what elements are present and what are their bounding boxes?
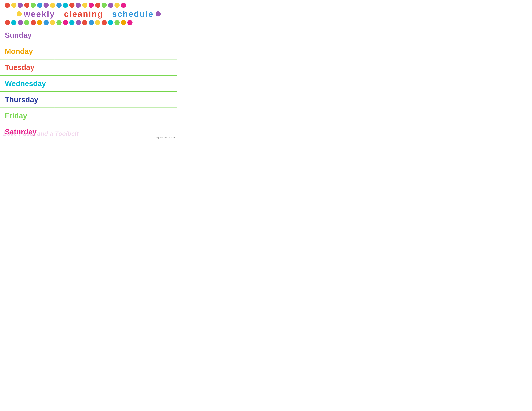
day-label: Friday bbox=[0, 108, 55, 124]
dot bbox=[82, 20, 87, 25]
title-weekly: weekly bbox=[24, 9, 55, 19]
day-label: Wednesday bbox=[0, 75, 55, 92]
dot bbox=[95, 20, 100, 25]
task-area[interactable] bbox=[55, 59, 177, 75]
dot bbox=[5, 3, 10, 8]
dot bbox=[127, 20, 133, 25]
dot bbox=[18, 20, 23, 25]
dot bbox=[69, 3, 75, 8]
dot bbox=[121, 3, 126, 8]
schedule-row: Friday bbox=[0, 108, 177, 124]
dot bbox=[5, 20, 10, 25]
dot bbox=[108, 20, 113, 25]
title-row: weekly cleaning schedule bbox=[3, 9, 174, 19]
website-label: lovepastatoolbelt.com bbox=[154, 136, 175, 139]
schedule-row: Tuesday bbox=[0, 59, 177, 75]
dots-row-top bbox=[3, 2, 174, 9]
page: weekly cleaning schedule bbox=[0, 0, 177, 140]
dot bbox=[114, 20, 120, 25]
schedule-row: Saturday bbox=[0, 124, 177, 140]
dot bbox=[108, 3, 113, 8]
dot bbox=[89, 3, 94, 8]
dot bbox=[37, 20, 42, 25]
dot bbox=[37, 3, 42, 8]
dot bbox=[24, 20, 29, 25]
dot bbox=[31, 3, 36, 8]
header: weekly cleaning schedule bbox=[0, 0, 177, 27]
dot bbox=[63, 3, 68, 8]
title-dot-left bbox=[17, 11, 22, 17]
day-label: Tuesday bbox=[0, 59, 55, 75]
dot bbox=[63, 20, 68, 25]
schedule-table: SundayMondayTuesdayWednesdayThursdayFrid… bbox=[0, 27, 177, 140]
dot bbox=[102, 3, 107, 8]
dot bbox=[44, 3, 49, 8]
task-area[interactable] bbox=[55, 92, 177, 108]
day-label: Monday bbox=[0, 43, 55, 59]
dot bbox=[89, 20, 94, 25]
dot bbox=[82, 3, 87, 8]
dot bbox=[76, 20, 81, 25]
dot bbox=[102, 20, 107, 25]
dot bbox=[44, 20, 49, 25]
day-label: Thursday bbox=[0, 92, 55, 108]
dot bbox=[69, 20, 75, 25]
dots-row-bottom bbox=[3, 19, 174, 26]
schedule-row: Thursday bbox=[0, 92, 177, 108]
dot bbox=[24, 3, 29, 8]
dot bbox=[11, 3, 17, 8]
dot bbox=[50, 20, 55, 25]
dot bbox=[31, 20, 36, 25]
task-area[interactable] bbox=[55, 75, 177, 92]
dot bbox=[50, 3, 55, 8]
title-dot-right bbox=[156, 11, 161, 17]
dot bbox=[121, 20, 126, 25]
dot bbox=[57, 20, 62, 25]
day-label: Saturday bbox=[0, 124, 55, 140]
title-schedule: schedule bbox=[112, 9, 153, 19]
title-cleaning: cleaning bbox=[64, 9, 103, 19]
dot bbox=[95, 3, 100, 8]
task-area[interactable] bbox=[55, 27, 177, 43]
task-area[interactable] bbox=[55, 43, 177, 59]
schedule-row: Sunday bbox=[0, 27, 177, 43]
dot bbox=[18, 3, 23, 8]
dot bbox=[114, 3, 120, 8]
task-area[interactable] bbox=[55, 108, 177, 124]
dot bbox=[11, 20, 17, 25]
day-label: Sunday bbox=[0, 27, 55, 43]
dot bbox=[76, 3, 81, 8]
page-title: weekly cleaning schedule bbox=[24, 9, 154, 19]
schedule-row: Wednesday bbox=[0, 75, 177, 92]
dot bbox=[57, 3, 62, 8]
schedule-row: Monday bbox=[0, 43, 177, 59]
